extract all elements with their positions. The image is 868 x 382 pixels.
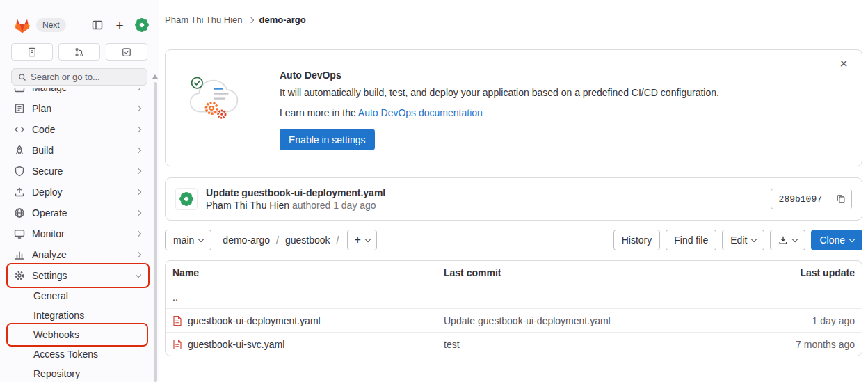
chart-icon <box>14 249 25 260</box>
content: Auto DevOps It will automatically build,… <box>159 40 868 356</box>
commit-sha[interactable]: 289b1097 <box>771 189 830 209</box>
chevron-right-icon <box>136 189 141 195</box>
yaml-file-icon <box>172 339 182 350</box>
project-avatar[interactable] <box>134 17 150 33</box>
sidebar-item-access-tokens[interactable]: Access Tokens <box>8 344 146 364</box>
chevron-right-icon <box>136 168 141 174</box>
monitor-icon <box>14 228 25 239</box>
create-new-button[interactable]: + <box>111 17 128 33</box>
breadcrumb: Pham Thi Thu Hien demo-argo <box>165 15 306 25</box>
file-tree-table: Name Last commit Last update .. guestboo… <box>165 260 862 356</box>
file-link[interactable]: guestbook-ui-svc.yaml <box>188 339 284 350</box>
chevron-right-icon <box>136 252 141 257</box>
file-link[interactable]: guestbook-ui-deployment.yaml <box>188 315 321 326</box>
path-dir-link[interactable]: guestbook <box>285 234 330 246</box>
main-area: Pham Thi Thu Hien demo-argo <box>159 0 868 382</box>
path-project-link[interactable]: demo-argo <box>223 234 270 246</box>
find-file-button[interactable]: Find file <box>666 230 716 250</box>
commit-author-line: Pham Thi Thu Hien authored 1 day ago <box>206 200 385 211</box>
banner-description: It will automatically build, test, and d… <box>280 87 719 98</box>
plus-icon: + <box>115 19 123 32</box>
close-icon[interactable]: × <box>835 56 852 71</box>
chevron-down-icon <box>792 236 798 241</box>
sidebar-item-monitor[interactable]: Monitor <box>8 223 147 244</box>
sidebar-item-webhooks[interactable]: Webhooks <box>8 325 146 344</box>
sidebar-item-repository[interactable]: Repository <box>8 364 146 382</box>
file-path-breadcrumb: demo-argo / guestbook / <box>223 234 339 246</box>
sidebar-toggle-icon[interactable] <box>89 17 106 33</box>
last-update-text: 1 day ago <box>730 315 855 326</box>
todo-check-icon <box>122 47 131 57</box>
edit-dropdown-button[interactable]: Edit <box>722 230 764 250</box>
sidebar-item-secure[interactable]: Secure <box>8 161 147 182</box>
sidebar-nav: Manage Plan Code <box>0 88 159 382</box>
issues-shortcut-button[interactable] <box>11 43 53 61</box>
sidebar-item-manage[interactable]: Manage <box>8 88 147 98</box>
chevron-down-icon <box>751 236 757 241</box>
sidebar-item-general[interactable]: General <box>8 286 146 305</box>
chevron-down-icon <box>365 236 371 241</box>
gitlab-logo-icon[interactable] <box>14 17 31 33</box>
search-input[interactable]: Search or go to... <box>11 68 147 86</box>
merge-requests-shortcut-button[interactable] <box>58 43 100 61</box>
chevron-right-icon <box>136 210 141 216</box>
sidebar-item-deploy[interactable]: Deploy <box>8 182 147 202</box>
clone-dropdown-button[interactable]: Clone <box>811 230 862 250</box>
download-icon <box>778 235 788 245</box>
code-icon <box>14 124 25 135</box>
globe-icon <box>14 207 25 218</box>
commit-author[interactable]: Pham Thi Thu Hien <box>206 200 289 211</box>
sidebar-item-analyze[interactable]: Analyze <box>8 244 147 265</box>
table-row[interactable]: guestbook-ui-deployment.yaml Update gues… <box>166 308 862 332</box>
issue-doc-icon <box>27 47 37 57</box>
sidebar-header: Next + <box>0 0 159 35</box>
sidebar-shortcuts <box>0 35 159 61</box>
topbar: Pham Thi Thu Hien demo-argo <box>159 0 868 40</box>
search-placeholder: Search or go to... <box>31 72 100 82</box>
table-row-parent-dir[interactable]: .. <box>166 285 862 308</box>
gear-icon <box>14 270 25 281</box>
sidebar-item-settings[interactable]: Settings <box>8 265 147 286</box>
commit-avatar[interactable] <box>175 188 198 210</box>
branch-selector-button[interactable]: main <box>165 230 211 250</box>
banner-text: Auto DevOps It will automatically build,… <box>280 63 719 150</box>
sidebar-item-plan[interactable]: Plan <box>8 98 147 119</box>
history-button[interactable]: History <box>613 230 661 250</box>
chevron-down-icon <box>136 271 141 277</box>
chevron-right-icon <box>136 148 141 153</box>
sidebar: Next + <box>0 0 159 382</box>
sidebar-item-integrations[interactable]: Integrations <box>8 305 146 325</box>
column-header-last-update: Last update <box>730 267 855 278</box>
chevron-down-icon <box>198 236 204 241</box>
copy-sha-button[interactable] <box>830 189 851 209</box>
chevron-right-icon <box>248 17 253 22</box>
parent-dir-link[interactable]: .. <box>172 292 178 303</box>
auto-devops-doc-link[interactable]: Auto DevOps documentation <box>358 107 483 118</box>
enable-in-settings-button[interactable]: Enable in settings <box>280 129 375 150</box>
chevron-right-icon <box>136 127 141 132</box>
commit-message-link[interactable]: Update guestbook-ui-deployment.yaml <box>444 315 730 326</box>
list-icon <box>14 103 25 114</box>
shield-icon <box>14 166 25 177</box>
commit-message-link[interactable]: test <box>444 339 730 350</box>
copy-icon <box>836 194 846 204</box>
sidebar-scrollbar[interactable] <box>154 82 157 382</box>
breadcrumb-current[interactable]: demo-argo <box>259 15 306 25</box>
commit-title-link[interactable]: Update guestbook-ui-deployment.yaml <box>206 187 385 198</box>
table-header-row: Name Last commit Last update <box>166 261 862 285</box>
todo-shortcut-button[interactable] <box>106 43 147 61</box>
file-navigation-bar: main demo-argo / guestbook / + History F… <box>165 230 862 250</box>
column-header-last-commit: Last commit <box>444 267 730 278</box>
briefcase-icon <box>14 88 25 93</box>
search-icon <box>18 73 26 81</box>
sidebar-item-operate[interactable]: Operate <box>8 202 147 223</box>
sidebar-item-code[interactable]: Code <box>8 119 147 140</box>
banner-title: Auto DevOps <box>280 70 719 81</box>
chevron-down-icon <box>849 236 855 241</box>
table-row[interactable]: guestbook-ui-svc.yaml test 7 months ago <box>166 332 862 356</box>
download-dropdown-button[interactable] <box>770 230 805 250</box>
sidebar-item-build[interactable]: Build <box>8 140 147 161</box>
scrollbar-up-arrow[interactable] <box>152 74 158 79</box>
breadcrumb-root[interactable]: Pham Thi Thu Hien <box>165 15 243 25</box>
add-file-dropdown-button[interactable]: + <box>347 230 376 250</box>
